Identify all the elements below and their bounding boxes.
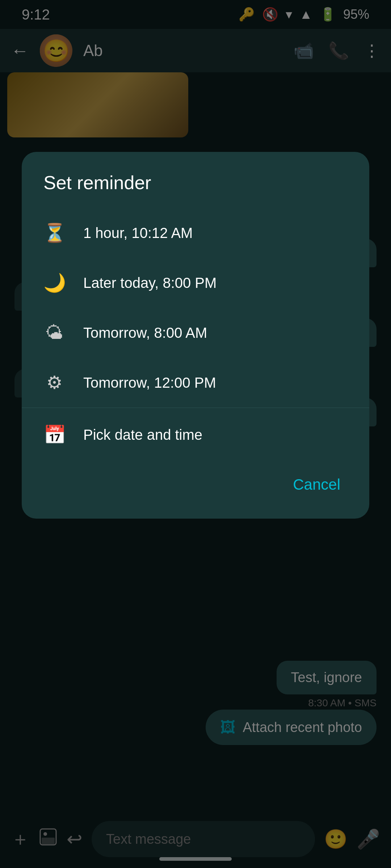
sun-icon: 🌤 — [43, 322, 65, 343]
pick-date-label: Pick date and time — [83, 427, 202, 443]
reminder-label-tomorrow-pm: Tomorrow, 12:00 PM — [83, 375, 216, 391]
reminder-option-1-hour[interactable]: ⏳ 1 hour, 10:12 AM — [22, 208, 369, 258]
reminder-label-1hour: 1 hour, 10:12 AM — [83, 225, 193, 241]
reminder-option-later-today[interactable]: 🌙 Later today, 8:00 PM — [22, 258, 369, 308]
home-indicator — [159, 857, 232, 861]
pick-date-time-option[interactable]: 📅 Pick date and time — [22, 408, 369, 461]
reminder-option-tomorrow-morning[interactable]: 🌤 Tomorrow, 8:00 AM — [22, 308, 369, 358]
reminder-label-tomorrow-am: Tomorrow, 8:00 AM — [83, 325, 207, 341]
crescent-moon-icon: 🌙 — [43, 272, 65, 293]
reminder-options-list: ⏳ 1 hour, 10:12 AM 🌙 Later today, 8:00 P… — [22, 208, 369, 408]
calendar-icon: 📅 — [43, 424, 65, 445]
hourglass-icon: ⏳ — [43, 222, 65, 243]
settings-icon: ⚙ — [43, 372, 65, 393]
cancel-button[interactable]: Cancel — [286, 469, 348, 501]
reminder-label-later-today: Later today, 8:00 PM — [83, 275, 216, 291]
reminder-option-tomorrow-noon[interactable]: ⚙ Tomorrow, 12:00 PM — [22, 358, 369, 408]
reminder-dialog: Set reminder ⏳ 1 hour, 10:12 AM 🌙 Later … — [22, 152, 369, 519]
dialog-title: Set reminder — [22, 152, 369, 208]
dialog-cancel-row: Cancel — [22, 461, 369, 519]
